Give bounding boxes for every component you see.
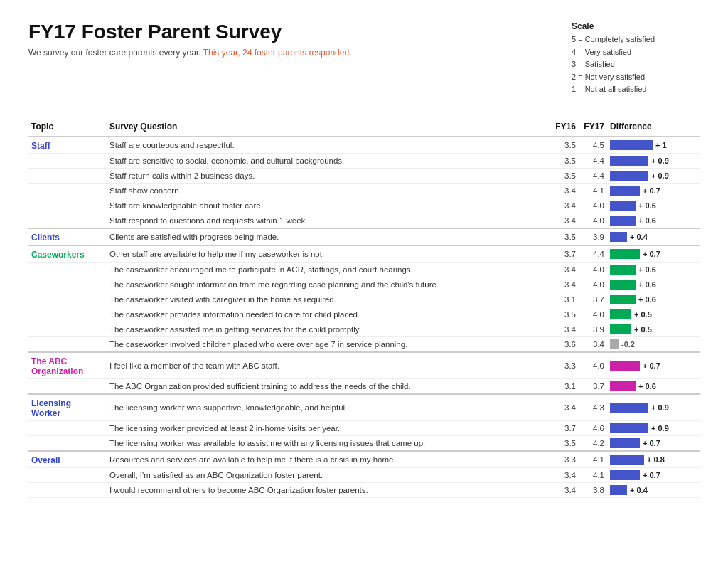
header-topic: Topic bbox=[28, 117, 107, 137]
diff-cell: + 0.6 bbox=[607, 378, 700, 394]
fy16-value: 3.4 bbox=[550, 198, 579, 213]
question-text: Overall, I'm satisfied as an ABC Organiz… bbox=[107, 467, 550, 482]
fy16-value: 3.4 bbox=[550, 394, 579, 421]
fy17-value: 4.2 bbox=[579, 435, 607, 451]
table-row: Staff show concern.3.44.1+ 0.7 bbox=[28, 183, 700, 198]
diff-cell: + 0.9 bbox=[607, 420, 700, 435]
question-text: The caseworker sought information from m… bbox=[107, 277, 550, 292]
fy17-value: 4.4 bbox=[579, 245, 607, 263]
fy17-value: 3.7 bbox=[579, 378, 607, 394]
question-text: Resources and services are available to … bbox=[107, 451, 550, 468]
fy17-value: 4.1 bbox=[579, 451, 607, 468]
diff-cell: + 0.7 bbox=[607, 183, 700, 198]
diff-label: + 0.6 bbox=[638, 216, 656, 225]
table-row: The licensing worker was available to as… bbox=[28, 435, 700, 451]
diff-cell: + 0.9 bbox=[607, 168, 700, 183]
fy17-value: 4.0 bbox=[579, 262, 607, 277]
diff-label: + 0.9 bbox=[651, 157, 669, 165]
fy16-value: 3.4 bbox=[550, 467, 579, 482]
diff-label: + 0.9 bbox=[651, 424, 669, 433]
diff-label: + 0.6 bbox=[638, 201, 656, 210]
fy17-value: 4.0 bbox=[579, 277, 607, 292]
fy17-value: 4.4 bbox=[579, 168, 607, 183]
diff-label: + 0.9 bbox=[651, 403, 669, 412]
page-header: FY17 Foster Parent Survey We survey our … bbox=[28, 21, 700, 96]
diff-cell: + 0.6 bbox=[607, 262, 700, 277]
table-row: Overall, I'm satisfied as an ABC Organiz… bbox=[28, 467, 700, 482]
diff-cell: + 0.5 bbox=[607, 307, 700, 322]
fy16-value: 3.6 bbox=[550, 336, 579, 352]
diff-label: + 0.7 bbox=[643, 361, 660, 370]
question-text: Clients are satisfied with progress bein… bbox=[107, 228, 550, 245]
table-row: ClientsClients are satisfied with progre… bbox=[28, 228, 700, 245]
fy16-value: 3.4 bbox=[550, 322, 579, 336]
fy17-value: 4.0 bbox=[579, 198, 607, 213]
diff-cell: + 0.8 bbox=[607, 451, 700, 468]
topic-label: Clients bbox=[28, 228, 107, 245]
fy16-value: 3.4 bbox=[550, 277, 579, 292]
question-text: I would recommend others to become ABC O… bbox=[107, 482, 550, 497]
table-row: Staff return calls within 2 business day… bbox=[28, 168, 700, 183]
table-row: The caseworker sought information from m… bbox=[28, 277, 700, 292]
question-text: Staff are knowledgeable about foster car… bbox=[107, 198, 550, 213]
table-row: StaffStaff are courteous and respectful.… bbox=[28, 137, 700, 154]
table-row: The caseworker visited with caregiver in… bbox=[28, 292, 700, 307]
question-text: The licensing worker was available to as… bbox=[107, 435, 550, 451]
fy16-value: 3.4 bbox=[550, 183, 579, 198]
subtitle: We survey our foster care parents every … bbox=[28, 48, 351, 58]
diff-cell: + 0.7 bbox=[607, 435, 700, 451]
fy16-value: 3.5 bbox=[550, 228, 579, 245]
fy16-value: 3.5 bbox=[550, 168, 579, 183]
fy17-value: 3.9 bbox=[579, 228, 607, 245]
diff-cell: + 0.4 bbox=[607, 228, 700, 245]
table-row: Licensing WorkerThe licensing worker was… bbox=[28, 394, 700, 421]
question-text: I feel like a member of the team with AB… bbox=[107, 352, 550, 379]
diff-label: + 0.5 bbox=[634, 325, 652, 334]
header-diff: Difference bbox=[607, 117, 700, 137]
fy16-value: 3.5 bbox=[550, 435, 579, 451]
scale-item-4: 4 = Very satisfied bbox=[572, 46, 700, 59]
table-row: The caseworker provides information need… bbox=[28, 307, 700, 322]
scale-item-3: 3 = Satisfied bbox=[572, 58, 700, 71]
fy16-value: 3.3 bbox=[550, 352, 579, 379]
table-row: The caseworker assisted me in getting se… bbox=[28, 322, 700, 336]
diff-cell: + 0.7 bbox=[607, 245, 700, 263]
diff-cell: + 0.6 bbox=[607, 277, 700, 292]
topic-label: Caseworkers bbox=[28, 245, 107, 263]
diff-cell: -0.2 bbox=[607, 336, 700, 352]
table-row: Staff are knowledgeable about foster car… bbox=[28, 198, 700, 213]
diff-cell: + 0.4 bbox=[607, 482, 700, 497]
table-row: Staff respond to questions and requests … bbox=[28, 213, 700, 228]
diff-cell: + 0.6 bbox=[607, 213, 700, 228]
question-text: The licensing worker was supportive, kno… bbox=[107, 394, 550, 421]
diff-cell: + 0.5 bbox=[607, 322, 700, 336]
diff-label: + 0.9 bbox=[651, 171, 669, 180]
fy16-value: 3.4 bbox=[550, 482, 579, 497]
diff-cell: + 0.7 bbox=[607, 467, 700, 482]
diff-label: + 0.6 bbox=[638, 280, 656, 289]
question-text: Staff are courteous and respectful. bbox=[107, 137, 550, 154]
subtitle-prefix: We survey our foster care parents every … bbox=[28, 48, 203, 58]
subtitle-highlight: This year, 24 foster parents responded. bbox=[203, 48, 352, 58]
diff-label: + 0.6 bbox=[638, 382, 656, 391]
table-row: The caseworker involved children placed … bbox=[28, 336, 700, 352]
diff-label: + 1 bbox=[655, 141, 667, 149]
fy17-value: 4.0 bbox=[579, 352, 607, 379]
fy17-value: 4.0 bbox=[579, 213, 607, 228]
diff-cell: + 1 bbox=[607, 137, 700, 154]
scale-title: Scale bbox=[572, 21, 700, 31]
question-text: The caseworker encouraged me to particip… bbox=[107, 262, 550, 277]
fy17-value: 3.8 bbox=[579, 482, 607, 497]
fy16-value: 3.5 bbox=[550, 153, 579, 168]
topic-label: Staff bbox=[28, 137, 107, 154]
diff-cell: + 0.6 bbox=[607, 198, 700, 213]
diff-label: + 0.7 bbox=[643, 471, 660, 479]
page-title: FY17 Foster Parent Survey bbox=[28, 21, 351, 43]
fy16-value: 3.7 bbox=[550, 420, 579, 435]
title-section: FY17 Foster Parent Survey We survey our … bbox=[28, 21, 351, 58]
header-fy17: FY17 bbox=[579, 117, 607, 137]
fy16-value: 3.5 bbox=[550, 137, 579, 154]
table-row: I would recommend others to become ABC O… bbox=[28, 482, 700, 497]
diff-label: + 0.6 bbox=[638, 295, 656, 304]
table-row: The ABC OrganizationI feel like a member… bbox=[28, 352, 700, 379]
